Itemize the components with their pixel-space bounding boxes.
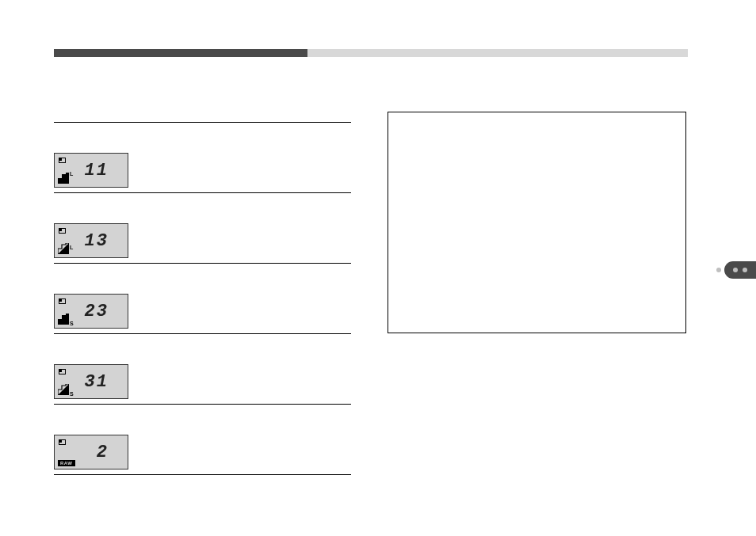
shots-remaining: 23 — [77, 302, 128, 321]
progress-remaining — [307, 49, 688, 57]
progress-filled — [54, 49, 307, 57]
card-icon — [59, 228, 66, 234]
size-label: S — [70, 321, 74, 326]
size-label: S — [70, 391, 74, 397]
illustration-placeholder — [388, 112, 686, 333]
lcd-display: L 13 — [54, 223, 128, 258]
lcd-display: S 23 — [54, 294, 128, 329]
quality-list: L 11 L 13 S 23 — [54, 122, 351, 505]
card-icon — [59, 298, 66, 304]
quality-row: S 23 — [54, 294, 351, 334]
size-label: L — [70, 245, 73, 250]
lcd-display: RAW 2 — [54, 435, 128, 469]
lcd-display: S 31 — [54, 364, 128, 399]
tab-dot — [743, 268, 747, 272]
quality-row: RAW 2 — [54, 435, 351, 475]
raw-badge: RAW — [58, 460, 75, 466]
section-tab — [724, 261, 756, 279]
card-icon — [59, 369, 66, 374]
quality-fine-icon — [58, 173, 69, 184]
card-icon — [59, 439, 66, 445]
quality-row: S 31 — [54, 364, 351, 405]
shots-remaining: 13 — [77, 231, 128, 251]
tab-dot — [733, 268, 738, 272]
quality-row: L 13 — [54, 223, 351, 264]
shots-remaining: 31 — [77, 372, 128, 392]
quality-fine-icon — [58, 314, 69, 325]
size-label: L — [70, 171, 73, 177]
progress-bar — [54, 49, 688, 57]
shots-remaining: 11 — [77, 161, 128, 181]
page-indicator-dot — [716, 268, 721, 272]
divider-top — [54, 122, 351, 123]
quality-normal-icon — [58, 243, 69, 254]
lcd-display: L 11 — [54, 153, 128, 188]
quality-normal-icon — [58, 384, 69, 395]
card-icon — [59, 158, 66, 163]
quality-row: L 11 — [54, 153, 351, 193]
shots-remaining: 2 — [77, 443, 128, 462]
